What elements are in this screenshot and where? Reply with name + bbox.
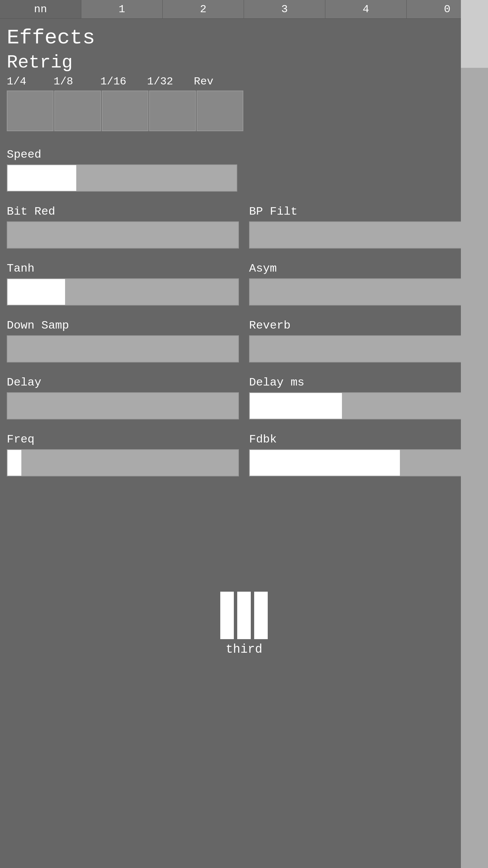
param-fdbk: Fdbk — [249, 433, 481, 476]
retrig-btn-thirtysecond[interactable] — [149, 91, 196, 131]
param-down-samp: Down Samp — [7, 319, 239, 362]
tanh-fill — [7, 279, 65, 305]
retrig-btn-quarter[interactable] — [7, 91, 54, 131]
delay-fill — [7, 393, 238, 419]
freq-fill — [7, 450, 21, 476]
delay-ms-label: Delay ms — [249, 376, 481, 389]
nav-label: third — [226, 643, 262, 656]
param-bit-red: Bit Red — [7, 205, 239, 249]
top-cell-label: 4 — [363, 3, 369, 16]
bp-filt-fill — [250, 222, 481, 248]
main-content: Effects Retrig 1/4 1/8 1/16 1/32 Rev Spe… — [0, 19, 488, 670]
speed-empty — [76, 165, 237, 191]
asym-label: Asym — [249, 262, 481, 275]
delay-ms-fill — [250, 393, 342, 419]
top-cell-label: 1 — [119, 3, 125, 16]
nav-bar-1 — [220, 592, 234, 639]
retrig-label-rev: Rev — [194, 75, 241, 88]
param-reverb: Reverb — [249, 319, 481, 362]
top-cell-3[interactable]: 3 — [244, 0, 325, 18]
down-samp-label: Down Samp — [7, 319, 239, 332]
top-cell-label: 3 — [281, 3, 288, 16]
nav-bar-3 — [254, 592, 268, 639]
freq-bar[interactable] — [7, 449, 239, 476]
bp-filt-bar[interactable] — [249, 221, 481, 249]
top-grid: nn 1 2 3 4 0 — [0, 0, 488, 19]
delay-label: Delay — [7, 376, 239, 389]
top-cell-label: nn — [34, 3, 47, 16]
retrig-label-quarter: 1/4 — [7, 75, 54, 88]
top-cell-label: 2 — [200, 3, 206, 16]
delay-bar[interactable] — [7, 392, 239, 419]
fdbk-label: Fdbk — [249, 433, 481, 446]
top-cell-4[interactable]: 4 — [325, 0, 407, 18]
tanh-empty — [65, 279, 238, 305]
freq-empty — [21, 450, 238, 476]
reverb-fill — [250, 336, 481, 362]
down-samp-fill — [7, 336, 238, 362]
effects-title: Effects — [7, 25, 481, 51]
bit-red-label: Bit Red — [7, 205, 239, 218]
top-cell-nn[interactable]: nn — [0, 0, 81, 18]
retrig-buttons — [7, 91, 481, 131]
retrig-btn-eighth[interactable] — [54, 91, 101, 131]
bottom-nav: third — [7, 592, 481, 656]
nav-icon — [220, 592, 268, 639]
retrig-btn-rev[interactable] — [197, 91, 243, 131]
scrollbar[interactable] — [461, 0, 488, 868]
fdbk-bar[interactable] — [249, 449, 481, 476]
nav-bar-2 — [237, 592, 251, 639]
bp-filt-label: BP Filt — [249, 205, 481, 218]
param-asym: Asym — [249, 262, 481, 305]
speed-fill — [7, 165, 76, 191]
tanh-label: Tanh — [7, 262, 239, 275]
param-freq: Freq — [7, 433, 239, 476]
reverb-bar[interactable] — [249, 335, 481, 362]
retrig-btn-sixteenth[interactable] — [102, 91, 148, 131]
fdbk-fill — [250, 450, 400, 476]
asym-fill — [250, 279, 481, 305]
asym-bar[interactable] — [249, 278, 481, 305]
scrollbar-thumb[interactable] — [461, 0, 488, 68]
bit-red-bar[interactable] — [7, 221, 239, 249]
retrig-label-thirtysecond: 1/32 — [147, 75, 194, 88]
tanh-bar[interactable] — [7, 278, 239, 305]
down-samp-bar[interactable] — [7, 335, 239, 362]
top-cell-label: 0 — [444, 3, 450, 16]
param-tanh: Tanh — [7, 262, 239, 305]
retrig-title: Retrig — [7, 52, 481, 74]
delay-ms-empty — [342, 393, 481, 419]
bit-red-fill — [7, 222, 238, 248]
speed-section: Speed — [7, 148, 481, 192]
freq-label: Freq — [7, 433, 239, 446]
speed-label: Speed — [7, 148, 481, 161]
params-grid: Bit Red BP Filt Tanh Asym — [7, 205, 481, 476]
top-cell-2[interactable]: 2 — [163, 0, 244, 18]
reverb-label: Reverb — [249, 319, 481, 332]
retrig-label-eighth: 1/8 — [54, 75, 100, 88]
retrig-labels: 1/4 1/8 1/16 1/32 Rev — [7, 75, 481, 88]
delay-ms-bar[interactable] — [249, 392, 481, 419]
retrig-label-sixteenth: 1/16 — [100, 75, 147, 88]
param-bp-filt: BP Filt — [249, 205, 481, 249]
top-cell-1[interactable]: 1 — [81, 0, 163, 18]
param-delay: Delay — [7, 376, 239, 419]
speed-slider[interactable] — [7, 164, 237, 192]
param-delay-ms: Delay ms — [249, 376, 481, 419]
